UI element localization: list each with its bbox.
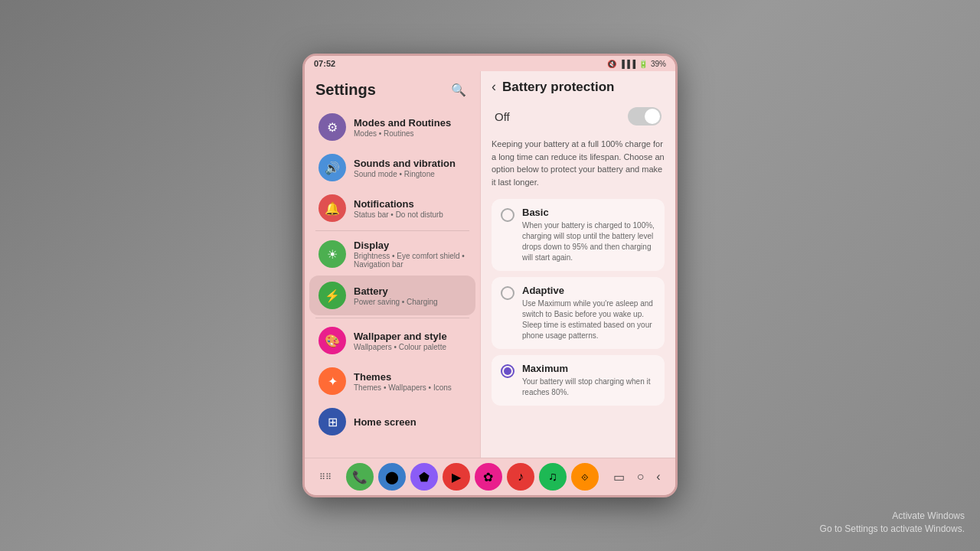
signal-icon: ▐▐▐ bbox=[619, 60, 635, 68]
bottom-bar: ⠿⠿ 📞 ⬤ ⬟ ▶ ✿ ♪ ♫ ⟐ ▭ ○ ‹ bbox=[305, 458, 675, 495]
battery-percent: 39% bbox=[651, 60, 666, 68]
option-maximum[interactable]: Maximum Your battery will stop charging … bbox=[492, 355, 665, 406]
dock-internet[interactable]: ⟐ bbox=[571, 463, 599, 491]
toggle-label: Off bbox=[495, 110, 510, 123]
protection-toggle[interactable] bbox=[628, 107, 662, 126]
settings-header: Settings 🔍 bbox=[305, 71, 480, 105]
maximum-title: Maximum bbox=[522, 363, 655, 374]
sidebar-item-display[interactable]: ☀ Display Brightness • Eye comfort shiel… bbox=[309, 233, 475, 275]
settings-list: ⚙ Modes and Routines Modes • Routines 🔊 … bbox=[305, 105, 480, 458]
nav-buttons: ▭ ○ ‹ bbox=[613, 470, 661, 484]
maximum-desc: Your battery will stop charging when it … bbox=[522, 377, 655, 398]
notifications-icon: 🔔 bbox=[318, 194, 346, 222]
nav-back[interactable]: ‹ bbox=[656, 470, 660, 484]
option-basic[interactable]: Basic When your battery is charged to 10… bbox=[492, 199, 665, 271]
dock-youtube[interactable]: ▶ bbox=[443, 463, 470, 491]
sound-icon: 🔇 bbox=[607, 60, 616, 68]
modes-sublabel: Modes • Routines bbox=[354, 129, 466, 138]
display-sublabel: Brightness • Eye comfort shield • Naviga… bbox=[354, 252, 466, 269]
battery-sublabel: Power saving • Charging bbox=[354, 298, 466, 306]
detail-body: Off Keeping your battery at a full 100% … bbox=[481, 101, 675, 458]
adaptive-title: Adaptive bbox=[522, 285, 655, 296]
protection-toggle-row: Off bbox=[492, 101, 665, 132]
dock-phone[interactable]: 📞 bbox=[346, 463, 374, 491]
divider-2 bbox=[315, 318, 469, 318]
phone-frame: 07:52 🔇 ▐▐▐ 🔋 39% Settings 🔍 ⚙ Modes and… bbox=[302, 54, 678, 497]
wallpaper-sublabel: Wallpapers • Colour palette bbox=[354, 343, 466, 351]
settings-title: Settings bbox=[315, 81, 376, 99]
dock-instagram[interactable]: ✿ bbox=[475, 463, 502, 491]
basic-title: Basic bbox=[522, 207, 655, 218]
sidebar-item-wallpaper[interactable]: 🎨 Wallpaper and style Wallpapers • Colou… bbox=[309, 321, 475, 360]
notifications-sublabel: Status bar • Do not disturb bbox=[354, 210, 466, 219]
status-bar: 07:52 🔇 ▐▐▐ 🔋 39% bbox=[305, 56, 675, 71]
sidebar-item-modes[interactable]: ⚙ Modes and Routines Modes • Routines bbox=[309, 107, 475, 147]
sidebar-item-home[interactable]: ⊞ Home screen bbox=[309, 402, 475, 442]
option-adaptive[interactable]: Adaptive Use Maximum while you're asleep… bbox=[492, 277, 665, 349]
wallpaper-label: Wallpaper and style bbox=[354, 331, 466, 342]
radio-basic[interactable] bbox=[501, 208, 514, 222]
wallpaper-icon: 🎨 bbox=[318, 327, 346, 354]
nav-recents[interactable]: ▭ bbox=[613, 470, 625, 484]
battery-label: Battery bbox=[354, 285, 466, 297]
activate-windows-notice: Activate Windows Go to Settings to activ… bbox=[820, 510, 965, 536]
dock-galaxy-store[interactable]: ⬟ bbox=[410, 463, 438, 491]
dock-apps: 📞 ⬤ ⬟ ▶ ✿ ♪ ♫ ⟐ bbox=[346, 463, 599, 491]
radio-adaptive[interactable] bbox=[501, 286, 514, 300]
modes-label: Modes and Routines bbox=[354, 117, 466, 129]
detail-title: Battery protection bbox=[502, 80, 614, 95]
display-icon: ☀ bbox=[318, 240, 346, 268]
sidebar-item-sounds[interactable]: 🔊 Sounds and vibration Sound mode • Ring… bbox=[309, 148, 475, 187]
dock-youtube-music[interactable]: ♪ bbox=[507, 463, 534, 491]
divider-1 bbox=[315, 230, 469, 231]
sidebar-item-themes[interactable]: ✦ Themes Themes • Wallpapers • Icons bbox=[309, 361, 475, 401]
dock-spotify[interactable]: ♫ bbox=[539, 463, 567, 491]
settings-panel: Settings 🔍 ⚙ Modes and Routines Modes • … bbox=[305, 71, 481, 458]
themes-sublabel: Themes • Wallpapers • Icons bbox=[354, 383, 466, 392]
main-content: Settings 🔍 ⚙ Modes and Routines Modes • … bbox=[305, 71, 675, 458]
modes-icon: ⚙ bbox=[318, 113, 346, 141]
detail-header: ‹ Battery protection bbox=[481, 71, 675, 101]
sounds-icon: 🔊 bbox=[318, 154, 346, 181]
notifications-label: Notifications bbox=[354, 198, 466, 210]
sidebar-item-battery[interactable]: ⚡ Battery Power saving • Charging bbox=[309, 276, 475, 315]
sounds-sublabel: Sound mode • Ringtone bbox=[354, 170, 466, 178]
nav-home[interactable]: ○ bbox=[637, 470, 645, 484]
home-icon: ⊞ bbox=[318, 408, 346, 435]
themes-icon: ✦ bbox=[318, 367, 346, 395]
adaptive-desc: Use Maximum while you're asleep and swit… bbox=[522, 298, 655, 341]
detail-panel: ‹ Battery protection Off Keeping your ba… bbox=[481, 71, 675, 458]
back-button[interactable]: ‹ bbox=[492, 79, 496, 95]
status-icons: 🔇 ▐▐▐ 🔋 39% bbox=[607, 60, 666, 68]
status-time: 07:52 bbox=[314, 59, 335, 68]
protection-description: Keeping your battery at a full 100% char… bbox=[492, 138, 665, 188]
dock-bixby[interactable]: ⬤ bbox=[378, 463, 406, 491]
display-label: Display bbox=[354, 240, 466, 251]
sidebar-item-notifications[interactable]: 🔔 Notifications Status bar • Do not dist… bbox=[309, 188, 475, 228]
home-label: Home screen bbox=[354, 416, 466, 428]
battery-icon: ⚡ bbox=[318, 282, 346, 309]
sounds-label: Sounds and vibration bbox=[354, 158, 466, 169]
basic-desc: When your battery is charged to 100%, ch… bbox=[522, 220, 655, 263]
app-grid-button[interactable]: ⠿⠿ bbox=[319, 472, 332, 482]
search-button[interactable]: 🔍 bbox=[448, 79, 469, 100]
battery-icon: 🔋 bbox=[639, 60, 648, 68]
themes-label: Themes bbox=[354, 371, 466, 383]
radio-maximum[interactable] bbox=[501, 364, 514, 378]
